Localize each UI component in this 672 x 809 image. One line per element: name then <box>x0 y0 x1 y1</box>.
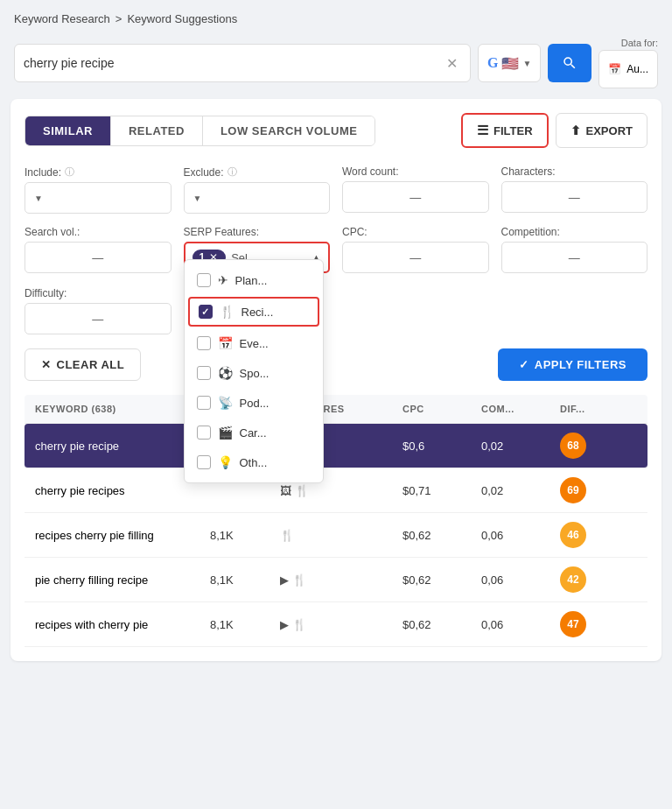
apply-filters-button[interactable]: ✓ APPLY FILTERS <box>498 348 648 381</box>
serp-item-plan[interactable]: ✈ Plan... <box>185 265 323 295</box>
cpc-cell: $0,62 <box>402 618 481 631</box>
data-for-label: Data for: <box>621 38 658 48</box>
events-icon: 📅 <box>218 336 233 350</box>
characters-range[interactable]: — <box>501 181 648 213</box>
table-row[interactable]: pie cherry filling recipe 8,1K ▶ 🍴 $0,62… <box>24 558 648 602</box>
col-diff[interactable]: DIF... <box>560 404 621 414</box>
filter-icon: ☰ <box>477 123 488 138</box>
cpc-label: CPC: <box>342 226 489 238</box>
x-icon: ✕ <box>41 358 52 371</box>
results-table: KEYWORD (638) P FEATURES CPC COM... DIF.… <box>24 395 648 647</box>
search-clear-button[interactable]: ✕ <box>443 53 461 74</box>
serp-checkbox-reci <box>199 305 213 319</box>
tab-low-search-volume[interactable]: LOW SEARCH VOLUME <box>203 116 375 145</box>
chevron-down-icon: ▼ <box>522 59 531 68</box>
export-icon: ⬆ <box>570 123 581 137</box>
difficulty-badge: 47 <box>560 611 586 637</box>
search-vol-label: Search vol.: <box>24 226 172 238</box>
comp-cell: 0,02 <box>481 484 560 497</box>
cpc-range[interactable]: — <box>342 242 489 273</box>
serp-item-spo[interactable]: ⚽ Spo... <box>185 358 323 388</box>
col-cpc[interactable]: CPC <box>402 404 481 414</box>
breadcrumb-separator: > <box>116 12 122 25</box>
clear-all-button[interactable]: ✕ CLEAR ALL <box>24 348 141 381</box>
apply-filters-label: APPLY FILTERS <box>535 358 626 371</box>
flag-icon: 🇺🇸 <box>501 55 519 72</box>
characters-filter: Characters: — <box>501 165 648 214</box>
podcast-icon: 📡 <box>218 396 233 410</box>
cpc-cell: $0,62 <box>402 529 481 542</box>
serp-item-label-spo: Spo... <box>240 367 270 380</box>
info-icon: ⓘ <box>65 165 74 179</box>
other-icon: 💡 <box>218 455 233 469</box>
include-select[interactable]: ▼ <box>24 182 172 214</box>
data-for-section: Data for: 📅 Au... <box>598 38 658 88</box>
search-vol-range[interactable]: — <box>24 242 172 273</box>
competition-label: Competition: <box>501 226 648 238</box>
col-comp[interactable]: COM... <box>481 404 560 414</box>
data-for-button[interactable]: 📅 Au... <box>598 50 658 88</box>
serp-item-pod[interactable]: 📡 Pod... <box>185 388 323 418</box>
tab-similar[interactable]: SIMILAR <box>25 116 111 145</box>
recipes-icon: 🍴 <box>292 618 306 631</box>
serp-features-filter: SERP Features: 1 ✕ Sel... ▲ ✈ Plan... <box>184 226 331 273</box>
table-row[interactable]: cherry pie recipe 🖼 🍴 $0,6 0,02 68 <box>24 424 648 468</box>
cpc-cell: $0,71 <box>402 484 481 497</box>
serp-item-car[interactable]: 🎬 Car... <box>185 418 323 447</box>
serp-item-label-pod: Pod... <box>240 397 270 410</box>
keyword-cell: recipes cherry pie filling <box>35 529 210 542</box>
table-row[interactable]: recipes cherry pie filling 8,1K 🍴 $0,62 … <box>24 513 648 558</box>
include-filter: Include: ⓘ ▼ <box>24 165 172 214</box>
diff-cell: 42 <box>560 566 621 593</box>
search-button[interactable] <box>548 44 592 82</box>
diff-cell: 46 <box>560 522 621 548</box>
exclude-select[interactable]: ▼ <box>184 182 331 214</box>
serp-checkbox-oth <box>197 455 211 469</box>
keyword-cell: recipes with cherry pie <box>35 618 210 631</box>
tabs-row: SIMILAR RELATED LOW SEARCH VOLUME ☰ FILT… <box>24 113 648 148</box>
serp-item-reci[interactable]: 🍴 Reci... <box>188 297 319 327</box>
serp-item-eve[interactable]: 📅 Eve... <box>185 328 323 358</box>
vol-cell: 8,1K <box>210 573 280 587</box>
comp-cell: 0,06 <box>481 573 560 587</box>
diff-cell: 47 <box>560 611 621 637</box>
filters-row-1: Include: ⓘ ▼ Exclude: ⓘ ▼ Word count: — <box>24 165 648 214</box>
difficulty-badge: 68 <box>560 433 586 459</box>
sports-icon: ⚽ <box>218 366 233 380</box>
video-icon: ▶ <box>280 618 289 631</box>
search-engine-selector[interactable]: G 🇺🇸 ▼ <box>478 44 541 82</box>
table-row[interactable]: recipes with cherry pie 8,1K ▶ 🍴 $0,62 0… <box>24 602 648 647</box>
features-cell: ▶ 🍴 <box>280 573 402 587</box>
tab-related[interactable]: RELATED <box>111 116 203 145</box>
table-row[interactable]: cherry pie recipes 🖼 🍴 $0,71 0,02 69 <box>24 468 648 513</box>
competition-range[interactable]: — <box>501 242 648 273</box>
export-label: EXPORT <box>586 124 633 137</box>
serp-checkbox-spo <box>197 366 211 380</box>
search-input[interactable] <box>24 56 443 70</box>
breadcrumb-parent[interactable]: Keyword Research <box>14 12 110 25</box>
image-icon: 🖼 <box>280 484 291 497</box>
calendar-icon: 📅 <box>608 63 621 75</box>
google-icon: G <box>487 55 498 71</box>
filter-button[interactable]: ☰ FILTER <box>461 113 549 148</box>
diff-cell: 68 <box>560 433 621 459</box>
recipes-icon: 🍴 <box>280 529 294 542</box>
search-vol-filter: Search vol.: — <box>24 226 172 273</box>
serp-item-oth[interactable]: 💡 Oth... <box>185 447 323 477</box>
word-count-label: Word count: <box>342 165 489 178</box>
export-button[interactable]: ⬆ EXPORT <box>556 113 648 148</box>
cpc-cell: $0,6 <box>402 440 481 453</box>
recipes-icon: 🍴 <box>220 305 234 319</box>
word-count-range[interactable]: — <box>342 181 489 213</box>
comp-cell: 0,06 <box>481 529 560 542</box>
select-arrow-exclude: ▼ <box>193 193 202 203</box>
cpc-cell: $0,62 <box>402 573 481 587</box>
data-for-value: Au... <box>626 63 648 75</box>
serp-item-label-eve: Eve... <box>240 337 269 350</box>
filters-row-2: Search vol.: — SERP Features: 1 ✕ Sel...… <box>24 226 648 273</box>
serp-checkbox-eve <box>197 336 211 350</box>
recipes-icon: 🍴 <box>292 573 306 587</box>
serp-item-label-plan: Plan... <box>235 274 268 287</box>
difficulty-range[interactable]: — <box>24 303 172 334</box>
plane-icon: ✈ <box>218 273 228 287</box>
